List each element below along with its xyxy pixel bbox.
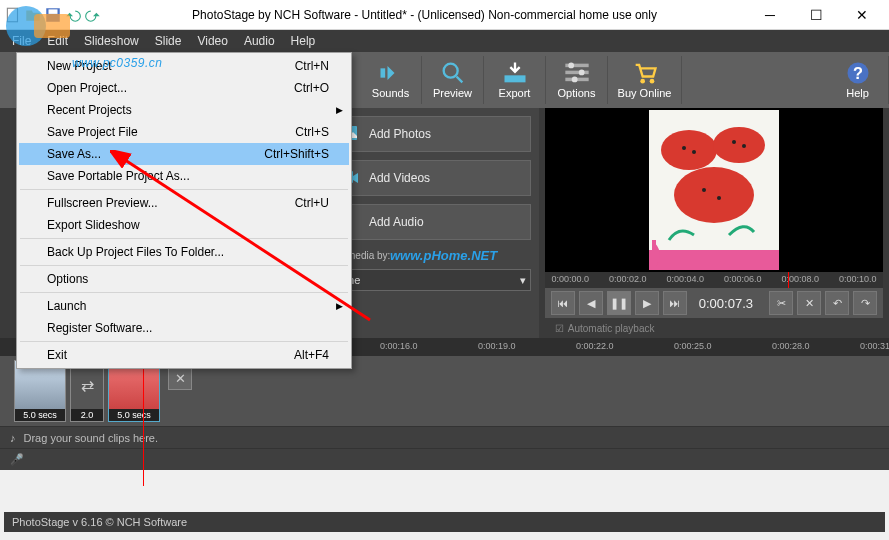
step-forward-button[interactable]: ▶ — [635, 291, 659, 315]
sort-select[interactable]: Name ▾ — [326, 269, 531, 291]
svg-rect-8 — [504, 75, 525, 82]
submenu-arrow-icon: ▶ — [336, 301, 343, 311]
svg-point-16 — [649, 79, 654, 84]
add-photos-button[interactable]: Add Photos — [326, 116, 531, 152]
timeline-clip[interactable]: 5.0 secs — [14, 360, 66, 422]
add-photos-label: Add Photos — [369, 127, 431, 141]
timeline-tick: 0:00:16.0 — [380, 341, 418, 351]
menu-item-open-project[interactable]: Open Project...Ctrl+O — [19, 77, 349, 99]
options-icon — [563, 61, 591, 85]
menu-item-save-project[interactable]: Save Project FileCtrl+S — [19, 121, 349, 143]
menu-help[interactable]: Help — [283, 32, 324, 50]
add-audio-button[interactable]: Add Audio — [326, 204, 531, 240]
toolbar-buy[interactable]: Buy Online — [608, 56, 682, 104]
svg-point-28 — [732, 140, 736, 144]
cut-button[interactable]: ✂ — [769, 291, 793, 315]
menu-item-backup[interactable]: Back Up Project Files To Folder... — [19, 241, 349, 263]
toolbar-sounds[interactable]: Sounds — [360, 56, 422, 104]
delete-button[interactable]: ✕ — [797, 291, 821, 315]
step-back-button[interactable]: ◀ — [579, 291, 603, 315]
svg-point-13 — [578, 70, 584, 76]
timeline-clip[interactable]: 5.0 secs — [108, 360, 160, 422]
toolbar-sounds-label: Sounds — [372, 87, 409, 99]
undo-preview-button[interactable]: ↶ — [825, 291, 849, 315]
menu-slide[interactable]: Slide — [147, 32, 190, 50]
svg-rect-32 — [649, 250, 779, 270]
menu-slideshow[interactable]: Slideshow — [76, 32, 147, 50]
auto-playback-row: ☑ Automatic playback — [545, 318, 883, 338]
add-audio-label: Add Audio — [369, 215, 424, 229]
clip-duration-label: 5.0 secs — [109, 409, 159, 421]
cart-icon — [631, 61, 659, 85]
toolbar-options-label: Options — [558, 87, 596, 99]
qat-redo-icon[interactable] — [84, 6, 102, 24]
minimize-button[interactable]: ─ — [747, 0, 793, 30]
redo-preview-button[interactable]: ↷ — [853, 291, 877, 315]
menu-item-options[interactable]: Options — [19, 268, 349, 290]
menu-item-launch[interactable]: Launch▶ — [19, 295, 349, 317]
timeline-tick: 0:00:22.0 — [576, 341, 614, 351]
toolbar-preview-label: Preview — [433, 87, 472, 99]
svg-point-30 — [702, 188, 706, 192]
watermark-center-text: www.pHome.NET — [390, 248, 497, 263]
svg-point-23 — [661, 130, 717, 170]
sound-track-hint: Drag your sound clips here. — [24, 432, 159, 444]
svg-text:?: ? — [853, 64, 863, 82]
toolbar-help-label: Help — [846, 87, 869, 99]
microphone-icon: 🎤 — [10, 453, 24, 466]
narration-track[interactable]: 🎤 — [0, 448, 889, 470]
menu-item-register[interactable]: Register Software... — [19, 317, 349, 339]
export-icon — [501, 61, 529, 85]
title-bar: PhotoStage by NCH Software - Untitled* -… — [0, 0, 889, 30]
sound-track[interactable]: ♪ Drag your sound clips here. — [0, 426, 889, 448]
menu-item-exit[interactable]: ExitAlt+F4 — [19, 344, 349, 366]
menu-item-recent-projects[interactable]: Recent Projects▶ — [19, 99, 349, 121]
timeline-playhead[interactable] — [143, 356, 144, 486]
toolbar-help[interactable]: ? Help — [827, 56, 889, 104]
timeline-tick: 0:00:19.0 — [478, 341, 516, 351]
checkbox-icon[interactable]: ☑ — [555, 323, 564, 334]
svg-point-12 — [568, 63, 574, 69]
preview-tick: 0:00:00.0 — [552, 274, 590, 284]
help-icon: ? — [844, 61, 872, 85]
delete-clip-button[interactable]: ✕ — [168, 366, 192, 390]
menu-video[interactable]: Video — [189, 32, 235, 50]
pause-button[interactable]: ❚❚ — [607, 291, 631, 315]
preview-controls: ⏮ ◀ ❚❚ ▶ ⏭ 0:00:07.3 ✂ ✕ ↶ ↷ — [545, 288, 883, 318]
goto-start-button[interactable]: ⏮ — [551, 291, 575, 315]
menu-separator — [20, 265, 348, 266]
preview-tick: 0:00:02.0 — [609, 274, 647, 284]
sounds-icon — [377, 61, 405, 85]
add-videos-label: Add Videos — [369, 171, 430, 185]
menu-item-save-portable[interactable]: Save Portable Project As... — [19, 165, 349, 187]
timeline-tick: 0:00:31.0 — [860, 341, 889, 351]
svg-point-27 — [692, 150, 696, 154]
menu-item-new-project[interactable]: New ProjectCtrl+N — [19, 55, 349, 77]
preview-playhead[interactable] — [788, 272, 789, 288]
window-controls: ─ ☐ ✕ — [747, 0, 885, 30]
submenu-arrow-icon: ▶ — [336, 105, 343, 115]
menu-separator — [20, 292, 348, 293]
preview-tick: 0:00:10.0 — [839, 274, 877, 284]
timeline-transition[interactable]: ⇄ 2.0 — [70, 360, 104, 422]
preview-ruler[interactable]: 0:00:00.0 0:00:02.0 0:00:04.0 0:00:06.0 … — [545, 272, 883, 288]
maximize-button[interactable]: ☐ — [793, 0, 839, 30]
menu-separator — [20, 189, 348, 190]
menu-audio[interactable]: Audio — [236, 32, 283, 50]
menu-separator — [20, 238, 348, 239]
goto-end-button[interactable]: ⏭ — [663, 291, 687, 315]
preview-viewport — [545, 108, 883, 272]
menu-item-save-as[interactable]: Save As...Ctrl+Shift+S — [19, 143, 349, 165]
add-videos-button[interactable]: Add Videos — [326, 160, 531, 196]
menu-item-export-slideshow[interactable]: Export Slideshow — [19, 214, 349, 236]
toolbar-export-label: Export — [499, 87, 531, 99]
toolbar-export[interactable]: Export — [484, 56, 546, 104]
close-button[interactable]: ✕ — [839, 0, 885, 30]
menu-item-fullscreen-preview[interactable]: Fullscreen Preview...Ctrl+U — [19, 192, 349, 214]
toolbar-options[interactable]: Options — [546, 56, 608, 104]
svg-line-7 — [456, 77, 462, 83]
preview-tick: 0:00:06.0 — [724, 274, 762, 284]
toolbar-preview[interactable]: Preview — [422, 56, 484, 104]
status-bar: PhotoStage v 6.16 © NCH Software — [4, 512, 885, 532]
svg-point-29 — [742, 144, 746, 148]
